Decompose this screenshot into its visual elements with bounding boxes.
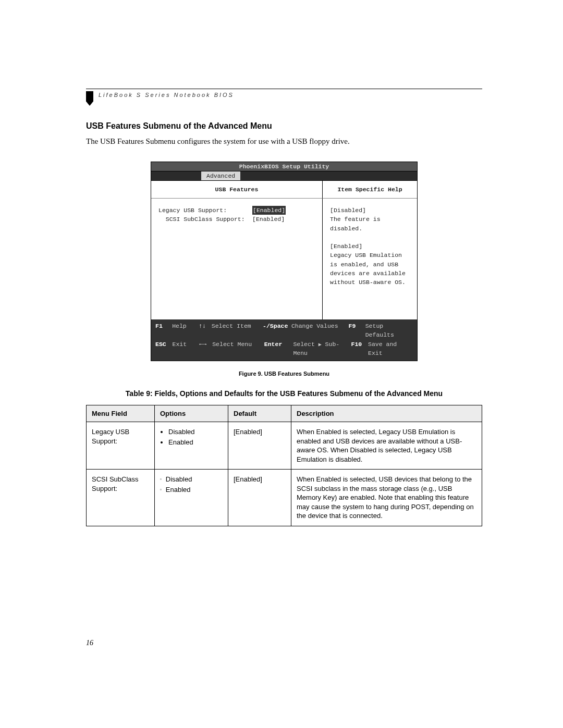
bios-field-scsi-subclass[interactable]: SCSI SubClass Support: [Enabled] xyxy=(158,215,317,224)
bios-footer: F1 Help ↑↓ Select Item -/Space Change Va… xyxy=(151,319,417,361)
cell-options: Disabled Enabled xyxy=(155,470,228,526)
bios-help-text: [Disabled] The feature is disabled. [Ena… xyxy=(323,199,417,292)
option-item: Disabled xyxy=(160,475,223,484)
figure-caption: Figure 9. USB Features Submenu xyxy=(86,371,482,377)
cell-menu-field: SCSI SubClass Support: xyxy=(87,470,155,526)
table-caption: Table 9: Fields, Options and Defaults fo… xyxy=(86,389,482,398)
cell-menu-field: Legacy USB Support: xyxy=(87,422,155,470)
bios-panel-title-left: USB Features xyxy=(151,181,323,199)
bios-action: Save and Exit xyxy=(368,340,413,358)
option-item: Enabled xyxy=(160,485,223,495)
bios-tab-advanced[interactable]: Advanced xyxy=(201,171,240,180)
option-item: Enabled xyxy=(168,438,223,447)
arrow-updown-icon: ↑↓ xyxy=(199,322,212,340)
table-row: SCSI SubClass Support: Disabled Enabled … xyxy=(87,470,482,526)
th-description: Description xyxy=(291,405,482,422)
bios-fields: Legacy USB Support: [Enabled] SCSI SubCl… xyxy=(151,199,322,229)
bios-key-label: Help xyxy=(172,322,199,340)
bios-key-f9[interactable]: F9 xyxy=(349,322,365,340)
bios-key-enter[interactable]: Enter xyxy=(264,340,293,358)
page-number: 16 xyxy=(86,639,93,647)
section-title: USB Features Submenu of the Advanced Men… xyxy=(86,121,482,131)
cell-options: Disabled Enabled xyxy=(155,422,228,470)
running-head: LifeBook S Series Notebook BIOS xyxy=(99,91,234,98)
bios-panel-title-right: Item Specific Help xyxy=(323,181,417,199)
bios-action: Change Values xyxy=(291,322,349,340)
bios-action: Select Menu xyxy=(212,340,264,358)
bios-action: Setup Defaults xyxy=(365,322,413,340)
table-row: Legacy USB Support: Disabled Enabled [En… xyxy=(87,422,482,470)
options-table: Menu Field Options Default Description L… xyxy=(86,405,482,526)
bios-action: Select ▶ Sub-Menu xyxy=(293,340,351,358)
bios-field-value[interactable]: [Enabled] xyxy=(252,206,286,215)
bios-screenshot: PhoenixBIOS Setup Utility Advanced USB F… xyxy=(151,162,418,361)
bios-field-label: SCSI SubClass Support: xyxy=(158,215,252,224)
bios-key-f10[interactable]: F10 xyxy=(351,340,368,358)
bios-field-label: Legacy USB Support: xyxy=(158,206,252,215)
bios-tab-bar: Advanced xyxy=(151,171,417,181)
th-options: Options xyxy=(155,405,228,422)
bios-key-f1[interactable]: F1 xyxy=(155,322,172,340)
bios-action: Select Item xyxy=(212,322,263,340)
section-intro: The USB Features Submenu configures the … xyxy=(86,136,482,147)
bios-key-space[interactable]: -/Space xyxy=(263,322,291,340)
bios-field-legacy-usb[interactable]: Legacy USB Support: [Enabled] xyxy=(158,206,317,215)
bios-title: PhoenixBIOS Setup Utility xyxy=(151,162,417,171)
bios-key-esc[interactable]: ESC xyxy=(155,340,173,358)
cell-default: [Enabled] xyxy=(228,422,291,470)
option-item: Disabled xyxy=(168,427,223,437)
header-marker-icon xyxy=(86,91,93,106)
table-header-row: Menu Field Options Default Description xyxy=(87,405,482,422)
cell-description: When Enabled is selected, Legacy USB Emu… xyxy=(291,422,482,470)
th-menu-field: Menu Field xyxy=(87,405,155,422)
th-default: Default xyxy=(228,405,291,422)
cell-default: [Enabled] xyxy=(228,470,291,526)
bios-key-label: Exit xyxy=(173,340,200,358)
arrow-leftright-icon: ←→ xyxy=(199,340,212,358)
bios-field-value[interactable]: [Enabled] xyxy=(252,215,285,224)
cell-description: When Enabled is selected, USB devices th… xyxy=(291,470,482,526)
